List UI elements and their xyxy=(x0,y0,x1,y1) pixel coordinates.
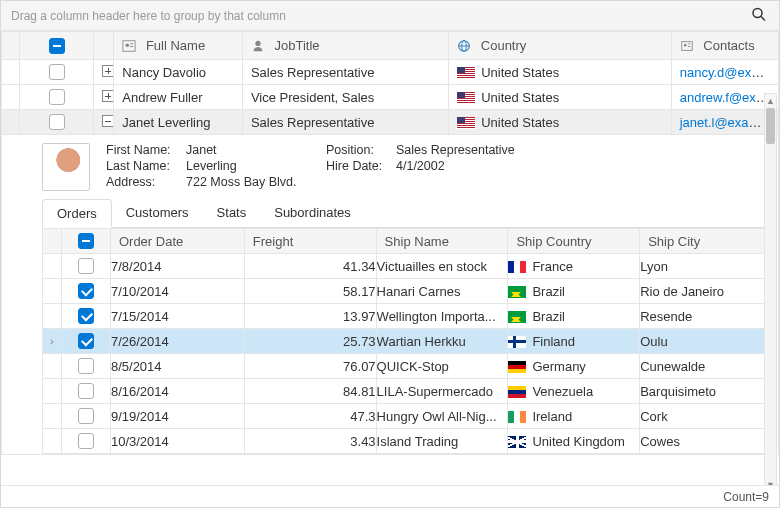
table-row[interactable]: 8/5/2014 76.07 QUICK-Stop Germany Cunewa… xyxy=(43,354,770,379)
cell-contact[interactable]: nancy.d@exampl xyxy=(671,60,778,85)
col-ship-name[interactable]: Ship Name xyxy=(376,229,508,254)
table-row[interactable]: 9/19/2014 47.3 Hungry Owl All-Nig... Ire… xyxy=(43,404,770,429)
data-grid-app: Drag a column header here to group by th… xyxy=(0,0,780,508)
flag-icon xyxy=(508,311,526,323)
row-indicator: › xyxy=(43,329,62,354)
cell-freight: 3.43 xyxy=(244,429,376,454)
row-checkbox[interactable] xyxy=(61,329,110,354)
flag-icon xyxy=(508,336,526,348)
row-indicator xyxy=(43,429,62,454)
detail-panel: First Name:Janet Position:Sales Represen… xyxy=(2,135,778,454)
cell-contact[interactable]: janet.l@example. xyxy=(671,110,778,135)
table-row[interactable]: Nancy DavolioSales RepresentativeUnited … xyxy=(2,60,779,85)
cell-ship-city: Barquisimeto xyxy=(640,379,770,404)
sub-indicator-header xyxy=(43,229,62,254)
column-header-name[interactable]: Full Name xyxy=(114,32,243,60)
cell-ship-city: Cork xyxy=(640,404,770,429)
col-ship-city[interactable]: Ship City xyxy=(640,229,770,254)
select-all-header[interactable] xyxy=(20,32,94,60)
tab-customers[interactable]: Customers xyxy=(112,199,203,227)
cell-name: Andrew Fuller xyxy=(114,85,243,110)
cell-ship-city: Oulu xyxy=(640,329,770,354)
row-checkbox[interactable] xyxy=(61,429,110,454)
tab-subordinates[interactable]: Subordinates xyxy=(260,199,365,227)
cell-freight: 84.81 xyxy=(244,379,376,404)
column-header-contacts[interactable]: Contacts xyxy=(671,32,778,60)
table-row[interactable]: › 7/26/2014 25.73 Wartian Herkku Finland… xyxy=(43,329,770,354)
row-checkbox[interactable] xyxy=(61,354,110,379)
tab-stats[interactable]: Stats xyxy=(203,199,261,227)
footer-count: Count=9 xyxy=(723,490,769,504)
table-row[interactable]: 7/15/2014 13.97 Wellington Importa... Br… xyxy=(43,304,770,329)
cell-job: Vice President, Sales xyxy=(242,85,448,110)
row-indicator xyxy=(2,85,20,110)
expander-header xyxy=(93,32,113,60)
sub-select-all[interactable] xyxy=(61,229,110,254)
grid-footer: Count=9 xyxy=(1,485,779,507)
row-checkbox[interactable] xyxy=(61,254,110,279)
row-checkbox[interactable] xyxy=(61,379,110,404)
flag-icon xyxy=(457,92,475,104)
svg-point-6 xyxy=(255,41,260,46)
col-ship-country[interactable]: Ship Country xyxy=(508,229,640,254)
row-checkbox[interactable] xyxy=(61,404,110,429)
cell-order-date: 7/15/2014 xyxy=(110,304,244,329)
row-expander[interactable] xyxy=(93,110,113,135)
row-indicator xyxy=(43,254,62,279)
select-all-checkbox-icon xyxy=(49,38,65,54)
cell-ship-country: Brazil xyxy=(508,279,640,304)
svg-line-1 xyxy=(761,16,765,20)
row-indicator xyxy=(43,379,62,404)
table-row[interactable]: Janet LeverlingSales RepresentativeUnite… xyxy=(2,110,779,135)
avatar xyxy=(42,143,90,191)
cell-ship-country: Venezuela xyxy=(508,379,640,404)
scroll-up-icon[interactable]: ▲ xyxy=(765,95,776,107)
scroll-thumb[interactable] xyxy=(766,108,775,144)
table-row[interactable]: Andrew FullerVice President, SalesUnited… xyxy=(2,85,779,110)
row-checkbox[interactable] xyxy=(20,85,94,110)
row-indicator xyxy=(43,354,62,379)
svg-rect-12 xyxy=(688,43,691,44)
row-indicator xyxy=(43,404,62,429)
cell-freight: 47.3 xyxy=(244,404,376,429)
master-grid: Full Name JobTitle Country Contacts Nanc… xyxy=(1,31,779,485)
search-icon[interactable] xyxy=(751,6,767,25)
row-checkbox[interactable] xyxy=(61,304,110,329)
vertical-scrollbar[interactable]: ▲ ▼ xyxy=(764,93,777,485)
group-panel[interactable]: Drag a column header here to group by th… xyxy=(1,1,779,31)
cell-ship-name: QUICK-Stop xyxy=(376,354,508,379)
svg-rect-10 xyxy=(681,42,692,51)
table-row[interactable]: 7/8/2014 41.34 Victuailles en stock Fran… xyxy=(43,254,770,279)
tab-orders[interactable]: Orders xyxy=(42,199,112,228)
row-checkbox[interactable] xyxy=(61,279,110,304)
column-header-country[interactable]: Country xyxy=(449,32,672,60)
row-expander[interactable] xyxy=(93,60,113,85)
row-checkbox[interactable] xyxy=(20,60,94,85)
col-freight[interactable]: Freight xyxy=(244,229,376,254)
cell-country: United States xyxy=(449,110,672,135)
cell-order-date: 7/26/2014 xyxy=(110,329,244,354)
orders-grid: Order Date Freight Ship Name Ship Countr… xyxy=(42,228,770,454)
scroll-down-icon[interactable]: ▼ xyxy=(765,479,776,485)
group-panel-hint: Drag a column header here to group by th… xyxy=(11,9,286,23)
column-header-job[interactable]: JobTitle xyxy=(242,32,448,60)
person-icon xyxy=(122,39,136,53)
table-row[interactable]: 8/16/2014 84.81 LILA-Supermercado Venezu… xyxy=(43,379,770,404)
row-indicator-header xyxy=(2,32,20,60)
row-expander[interactable] xyxy=(93,85,113,110)
cell-ship-city: Cowes xyxy=(640,429,770,454)
cell-contact[interactable]: andrew.f@examp xyxy=(671,85,778,110)
cell-order-date: 8/16/2014 xyxy=(110,379,244,404)
table-row[interactable]: 10/3/2014 3.43 Island Trading United Kin… xyxy=(43,429,770,454)
cell-ship-name: Victuailles en stock xyxy=(376,254,508,279)
cell-ship-name: Wellington Importa... xyxy=(376,304,508,329)
flag-icon xyxy=(508,261,526,273)
flag-icon xyxy=(508,386,526,398)
row-checkbox[interactable] xyxy=(20,110,94,135)
svg-point-3 xyxy=(126,43,130,47)
table-row[interactable]: 7/10/2014 58.17 Hanari Carnes Brazil Rio… xyxy=(43,279,770,304)
contacts-icon xyxy=(680,39,694,53)
svg-rect-5 xyxy=(130,46,134,47)
col-order-date[interactable]: Order Date xyxy=(110,229,244,254)
row-indicator xyxy=(2,110,20,135)
